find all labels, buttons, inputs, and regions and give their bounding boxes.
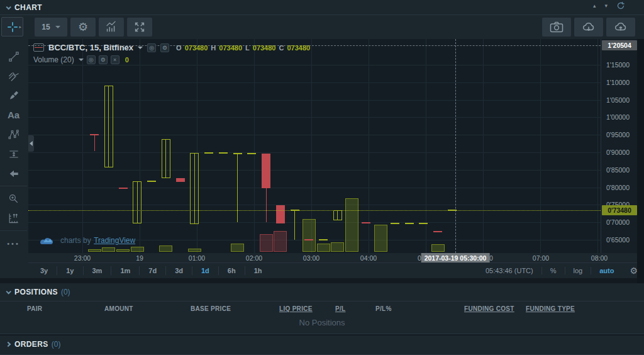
positions-column-p-l[interactable]: P/L <box>335 305 345 312</box>
auto-scale-toggle[interactable]: auto <box>591 267 622 274</box>
time-axis-label: 04:00 <box>360 254 377 262</box>
interval-dropdown[interactable]: 15 <box>35 18 67 37</box>
price-axis-label: 0'95000 <box>606 131 630 138</box>
volume-remove-button[interactable]: × <box>111 55 119 64</box>
trend-line-icon <box>8 50 20 63</box>
trend-line-tool[interactable] <box>0 47 27 66</box>
timeframe-button-1m[interactable]: 1m <box>111 266 140 275</box>
volume-settings-button[interactable]: ⚙ <box>99 55 108 64</box>
chart-panel-header: CHART ▴ ▾ <box>0 0 644 15</box>
series-visibility-button[interactable]: ◎ <box>147 43 156 52</box>
orders-count: (0) <box>52 340 61 349</box>
time-axis-label: 19 <box>136 254 143 262</box>
positions-column-base-price: BASE PRICE <box>191 305 231 312</box>
text-tool[interactable]: Aa <box>0 105 27 125</box>
pattern-tool[interactable] <box>0 125 27 144</box>
candle <box>405 223 414 224</box>
timeframe-button-1d[interactable]: 1d <box>192 266 219 275</box>
series-settings-button[interactable]: ⚙ <box>160 43 169 52</box>
positions-column-funding-type[interactable]: FUNDING TYPE <box>526 305 575 312</box>
volume-bar <box>374 225 387 252</box>
chart-status-bar: 05:43:46 (UTC) % log auto ⚙ <box>477 263 638 278</box>
candle <box>333 210 342 220</box>
indicators-button[interactable] <box>99 18 124 37</box>
indicators-icon <box>104 20 118 34</box>
price-axis[interactable]: 1'20504 0'73480 1'150001'100001'050001'0… <box>601 39 637 253</box>
collapse-sidebar-tab[interactable] <box>28 135 34 152</box>
tradingview-link[interactable]: TradingView <box>94 236 135 245</box>
low-value: 073480 <box>253 44 276 52</box>
chevron-down-icon[interactable] <box>79 59 84 61</box>
timeframe-button-7d[interactable]: 7d <box>140 266 166 275</box>
volume-bar <box>260 234 273 252</box>
chart-canvas[interactable]: BCC/BTC, 15, Bitfinex ◎ ⚙ O073480 H07348… <box>28 39 601 253</box>
more-tools[interactable]: ••• <box>0 234 27 253</box>
timeframe-button-3m[interactable]: 3m <box>84 266 112 275</box>
chevron-down-icon[interactable] <box>6 4 11 9</box>
chevron-down-icon[interactable] <box>138 47 143 49</box>
candle <box>119 188 128 189</box>
refresh-icon[interactable] <box>616 1 625 10</box>
grid-line-horizontal <box>28 152 601 153</box>
save-chart-button[interactable] <box>606 18 635 37</box>
volume-label[interactable]: Volume (20) <box>33 55 74 64</box>
positions-column-pair: PAIR <box>27 305 42 312</box>
candle <box>262 154 270 188</box>
timeframe-button-3y[interactable]: 3y <box>31 266 57 275</box>
timeframe-button-3d[interactable]: 3d <box>166 266 192 275</box>
brush-tool[interactable] <box>0 86 27 105</box>
candle <box>204 152 213 154</box>
volume-bar <box>88 249 101 252</box>
price-axis-label: 0'80000 <box>606 184 630 191</box>
panel-move-down-icon[interactable]: ▾ <box>604 3 608 9</box>
volume-bar <box>345 198 358 252</box>
timeframe-button-1y[interactable]: 1y <box>57 266 83 275</box>
price-axis-label: 1'00000 <box>606 113 630 121</box>
trading-app: CHART ▴ ▾ ▸ 15 ⚙ <box>0 0 644 355</box>
volume-bar <box>331 242 344 252</box>
tradingview-attribution: charts by TradingView <box>40 234 135 245</box>
positions-column-funding-cost[interactable]: FUNDING COST <box>464 305 514 312</box>
forecast-tool[interactable] <box>0 144 27 164</box>
candle <box>304 239 313 240</box>
back-arrow-tool[interactable] <box>0 164 27 183</box>
positions-header[interactable]: POSITIONS (0) <box>0 283 644 301</box>
price-axis-label: 0'85000 <box>606 166 630 174</box>
series-style-icon[interactable] <box>33 43 44 52</box>
volume-bar <box>102 247 115 252</box>
time-axis-label: 07:00 <box>533 254 549 262</box>
symbol-title[interactable]: BCC/BTC, 15, Bitfinex <box>48 43 133 52</box>
panel-move-up-icon[interactable]: ▴ <box>593 3 596 9</box>
close-value: 073480 <box>287 44 310 52</box>
volume-visibility-button[interactable]: ◎ <box>87 55 96 64</box>
timeframe-button-1h[interactable]: 1h <box>245 266 271 275</box>
timeframe-row: 3y1y3m1m7d3d1d6h1h 05:43:46 (UTC) % log … <box>0 263 644 278</box>
chart-settings-button[interactable]: ⚙ <box>70 18 96 37</box>
time-axis[interactable]: 2017-03-19 05:30:00 23:001901:0002:0003:… <box>28 253 637 263</box>
chevron-down-icon <box>6 289 11 294</box>
measure-tool[interactable] <box>0 208 27 228</box>
fullscreen-button[interactable] <box>127 18 152 37</box>
log-scale-toggle[interactable]: log <box>565 267 591 274</box>
timeframe-button-6h[interactable]: 6h <box>219 266 245 275</box>
load-chart-button[interactable] <box>574 18 603 37</box>
chart-body: Aa ••• <box>0 39 644 253</box>
ruler-icon <box>8 212 19 224</box>
crosshair-tool-button[interactable]: ▸ <box>1 17 23 37</box>
camera-icon <box>549 21 564 33</box>
positions-column-liq-price[interactable]: LIQ PRICE <box>279 305 313 312</box>
orders-title: ORDERS <box>14 340 48 349</box>
positions-count: (0) <box>61 288 70 296</box>
low-label: L <box>245 44 250 52</box>
candle-wick <box>237 153 238 222</box>
zoom-in-tool[interactable] <box>0 189 27 208</box>
time-axis-label: 02:00 <box>246 254 262 262</box>
last-price-badge: 0'73480 <box>602 205 637 215</box>
submenu-arrow-icon: ▸ <box>19 25 21 30</box>
gear-icon[interactable]: ⚙ <box>622 266 638 276</box>
pitchfork-tool[interactable] <box>0 66 27 86</box>
orders-header[interactable]: ORDERS (0) <box>0 335 644 353</box>
alert-price-badge[interactable]: 1'20504 <box>602 40 637 50</box>
percent-scale-toggle[interactable]: % <box>542 267 565 274</box>
screenshot-button[interactable] <box>542 18 571 37</box>
